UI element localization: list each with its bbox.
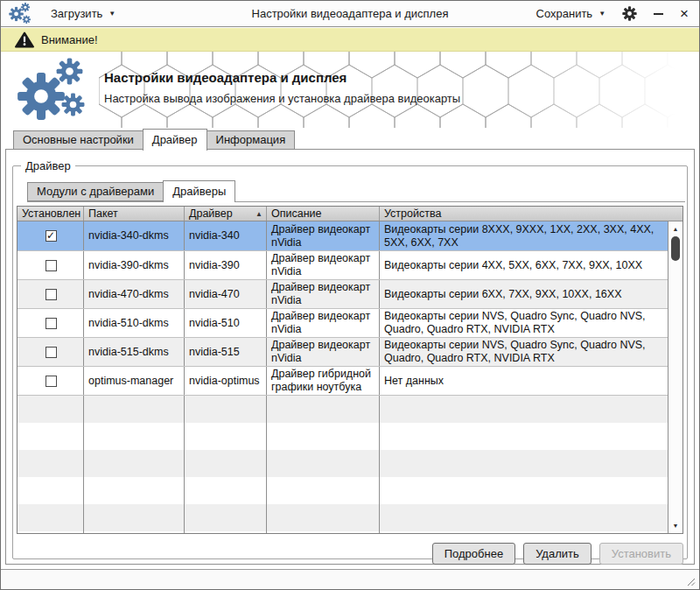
description-cell: Драйвер видеокарт nVidia [267,251,380,279]
page-title: Настройки видеоадаптера и дисплея [104,70,460,85]
empty-table-row [18,504,682,531]
empty-cell [18,396,84,423]
installed-checkbox[interactable] [46,376,57,387]
scrollbar-thumb[interactable] [671,236,680,261]
devices-cell: Видеокарты серии NVS, Quadro Sync, Quadr… [380,338,682,366]
devices-cell: Видеокарты серии 6XX, 7XX, 9XX, 10XX, 16… [380,280,682,308]
chevron-down-icon: ▼ [598,10,606,18]
empty-table-row [18,531,682,533]
empty-cell [18,423,84,450]
load-menu-label: Загрузить [51,7,102,20]
empty-cell [84,423,185,450]
chevron-down-icon: ▼ [108,10,116,18]
page-subtitle: Настройка вывода изображения и установка… [104,92,460,105]
save-menu-button[interactable]: Сохранить ▼ [536,7,606,20]
table-row[interactable]: optimus-managernvidia-optimusДрайвер гиб… [18,367,682,396]
empty-cell [18,477,84,504]
package-cell: nvidia-390-dkms [84,251,185,279]
warning-icon [15,32,34,48]
empty-cell [380,450,682,477]
close-icon: × [680,8,689,20]
empty-cell [267,504,380,531]
table-row[interactable]: nvidia-515-dkmsnvidia-515Драйвер видеока… [18,338,682,367]
resize-grip-icon[interactable] [684,575,696,586]
tab-information[interactable]: Информация [206,130,296,150]
package-cell: nvidia-340-dkms [84,221,185,250]
installed-cell [18,338,84,366]
installed-checkbox[interactable] [46,289,57,300]
empty-cell [185,450,267,477]
empty-cell [267,477,380,504]
tab-driver-modules[interactable]: Модули с драйверами [27,182,164,201]
empty-cell [380,423,682,450]
table-header: Установлен Пакет Драйвер ▲ Описание Устр… [18,207,682,221]
settings-gear-button[interactable] [622,6,637,21]
action-buttons: Подробнее Удалить Установить [432,543,683,565]
description-cell: Драйвер видеокарт nVidia [267,338,380,366]
empty-cell [185,504,267,531]
drivers-table: Установлен Пакет Драйвер ▲ Описание Устр… [17,206,683,534]
empty-table-row [18,396,682,423]
column-header-installed[interactable]: Установлен [18,207,84,221]
app-window: Загрузить ▼ Настройки видеоадаптера и ди… [0,0,700,590]
empty-cell [267,531,380,533]
table-scrollbar[interactable]: ▲ ▼ [668,221,682,533]
tab-drivers[interactable]: Драйверы [163,180,235,202]
installed-checkbox[interactable] [46,260,57,271]
gear-icon [622,6,637,21]
driver-cell: nvidia-390 [185,251,267,279]
installed-checkbox[interactable]: ✓ [46,230,57,242]
description-cell: Драйвер видеокарт nVidia [267,221,380,250]
column-header-driver[interactable]: Драйвер ▲ [185,207,267,221]
close-button[interactable]: × [680,8,689,20]
scroll-down-icon[interactable]: ▼ [668,519,682,532]
main-tab-bar: Основные настройки Драйвер Информация [13,129,295,151]
save-menu-label: Сохранить [536,7,593,20]
installed-cell [18,251,84,279]
header-gears-icon [17,58,94,128]
load-menu-button[interactable]: Загрузить ▼ [51,7,116,20]
driver-cell: nvidia-515 [185,338,267,366]
devices-cell: Видеокарты серии 4XX, 5XX, 6XX, 7XX, 9XX… [380,251,682,279]
install-button[interactable]: Установить [599,543,683,565]
empty-cell [185,396,267,423]
status-bar [1,569,699,589]
devices-cell: Видеокарты серии NVS, Quadro Sync, Quadr… [380,309,682,337]
column-header-devices[interactable]: Устройства [380,207,682,221]
warning-text: Внимание! [41,33,98,46]
app-gears-icon [9,2,32,25]
installed-checkbox[interactable] [46,318,57,329]
installed-cell [18,367,84,395]
empty-cell [18,531,84,533]
package-cell: optimus-manager [84,367,185,395]
table-body: ✓nvidia-340-dkmsnvidia-340Драйвер видеок… [18,221,682,533]
sort-ascending-icon: ▲ [256,210,262,218]
table-row[interactable]: nvidia-470-dkmsnvidia-470Драйвер видеока… [18,280,682,309]
empty-cell [380,531,682,533]
empty-cell [380,477,682,504]
scroll-up-icon[interactable]: ▲ [668,222,682,235]
remove-button[interactable]: Удалить [523,543,592,565]
empty-cell [185,423,267,450]
table-row[interactable]: nvidia-510-dkmsnvidia-510Драйвер видеока… [18,309,682,338]
empty-cell [185,477,267,504]
tab-driver[interactable]: Драйвер [143,129,207,151]
tab-main-settings[interactable]: Основные настройки [13,130,144,150]
warning-banner: Внимание! [1,28,699,52]
description-cell: Драйвер видеокарт nVidia [267,280,380,308]
driver-cell: nvidia-470 [185,280,267,308]
column-header-package[interactable]: Пакет [84,207,185,221]
devices-cell: Нет данных [380,367,682,395]
installed-checkbox[interactable] [46,347,57,358]
driver-sub-tab-bar: Модули с драйверами Драйверы [27,180,685,202]
column-header-description[interactable]: Описание [267,207,380,221]
driver-tab-panel: Драйвер Модули с драйверами Драйверы Уст… [5,149,695,565]
table-row[interactable]: ✓nvidia-340-dkmsnvidia-340Драйвер видеок… [18,221,682,251]
empty-table-row [18,477,682,504]
details-button[interactable]: Подробнее [432,543,515,565]
title-bar: Загрузить ▼ Настройки видеоадаптера и ди… [1,1,699,27]
description-cell: Драйвер гибридной графики ноутбука [267,367,380,395]
minimize-button[interactable] [654,13,663,15]
empty-cell [84,531,185,533]
table-row[interactable]: nvidia-390-dkmsnvidia-390Драйвер видеока… [18,251,682,280]
